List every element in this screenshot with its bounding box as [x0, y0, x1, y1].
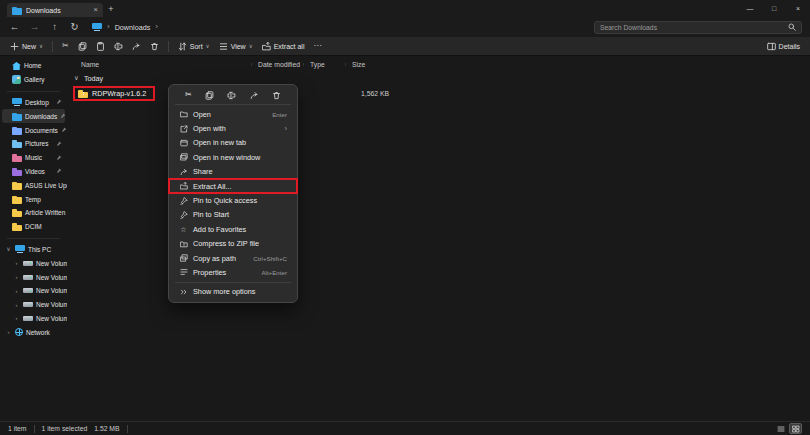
chevron-right-icon[interactable]: › [13, 315, 20, 321]
pin-icon [61, 127, 67, 133]
chevron-down-icon[interactable]: ∨ [5, 246, 12, 252]
cut-button[interactable]: ✂ [62, 42, 69, 50]
sidebar-item-drive-d[interactable]: › New Volume (D:) [2, 270, 65, 284]
sidebar-item-downloads[interactable]: Downloads [2, 109, 65, 123]
chevron-down-icon[interactable]: ∨ [73, 75, 80, 82]
minimize-button[interactable]: — [738, 0, 762, 17]
menu-item-copy-as-path[interactable]: Copy as path Ctrl+Shift+C [172, 251, 294, 265]
folder-icon [12, 181, 22, 190]
chevron-right-icon[interactable]: › [13, 274, 20, 280]
copy-icon[interactable] [205, 91, 214, 100]
drive-icon [23, 316, 33, 321]
share-icon[interactable] [250, 91, 259, 100]
menu-item-open[interactable]: Open Enter [172, 107, 294, 121]
menu-divider [175, 282, 291, 283]
sort-button[interactable]: Sort ∨ [178, 42, 210, 51]
maximize-button[interactable]: □ [762, 0, 786, 17]
menu-item-properties[interactable]: Properties Alt+Enter [172, 265, 294, 279]
menu-item-share[interactable]: Share [172, 165, 294, 179]
search-box[interactable] [594, 21, 802, 34]
shortcut-label: Alt+Enter [261, 269, 287, 276]
share-button[interactable] [132, 42, 141, 51]
paste-button[interactable] [96, 42, 105, 51]
menu-item-compress-to-zip[interactable]: Compress to ZIP file [172, 237, 294, 251]
column-header-type[interactable]: Type [303, 61, 345, 68]
show-more-icon [180, 288, 188, 296]
status-divider [34, 425, 35, 433]
chevron-right-icon[interactable]: › [13, 288, 20, 294]
sidebar-item-temp[interactable]: Temp [2, 192, 65, 206]
menu-item-show-more-options[interactable]: Show more options [172, 285, 294, 299]
sidebar-item-gallery[interactable]: Gallery [2, 73, 65, 87]
menu-item-pin-to-start[interactable]: Pin to Start [172, 208, 294, 222]
chevron-right-icon[interactable]: › [13, 260, 20, 266]
column-header-date-modified[interactable]: Date modified [251, 61, 303, 68]
sidebar-item-documents[interactable]: Documents [2, 123, 65, 137]
sidebar-item-article-written[interactable]: Article Written [2, 206, 65, 220]
sidebar-item-drive-c[interactable]: › New Volume (C:) [2, 256, 65, 270]
sidebar-item-desktop[interactable]: Desktop [2, 96, 65, 110]
new-tab-button[interactable]: + [103, 4, 119, 14]
view-button[interactable]: View ∨ [219, 42, 253, 51]
menu-item-open-in-new-tab[interactable]: Open in new tab [172, 136, 294, 150]
details-toggle[interactable]: Details [767, 42, 800, 51]
sidebar-item-drive-g[interactable]: › New Volume (G:) [2, 312, 65, 326]
sidebar-item-dcim[interactable]: DCIM [2, 220, 65, 234]
thumbnails-view-icon [792, 425, 800, 433]
sidebar-item-this-pc[interactable]: ∨ This PC [2, 243, 65, 257]
folder-icon [12, 222, 22, 231]
chevron-right-icon[interactable]: › [13, 302, 20, 308]
tab-bar: Downloads × + — □ × [0, 0, 810, 17]
folder-icon [12, 195, 22, 204]
close-button[interactable]: × [786, 0, 810, 17]
this-pc-icon [15, 245, 25, 254]
up-button[interactable]: ↑ [48, 22, 61, 32]
file-name[interactable]: RDPWrap-v1.6.2 [92, 89, 146, 98]
menu-item-add-to-favorites[interactable]: ☆ Add to Favorites [172, 222, 294, 236]
sidebar-item-asus-live-update[interactable]: ASUS Live Update [2, 178, 65, 192]
more-options-button[interactable]: ⋯ [313, 42, 321, 50]
extract-icon [180, 182, 188, 190]
menu-item-pin-to-quick-access[interactable]: Pin to Quick access [172, 193, 294, 207]
sidebar-item-music[interactable]: Music [2, 151, 65, 165]
cut-icon[interactable]: ✂ [185, 91, 192, 99]
column-header-name[interactable]: Name [81, 61, 251, 68]
menu-item-open-in-new-window[interactable]: Open in new window [172, 150, 294, 164]
view-toggle-thumbnails[interactable] [789, 423, 802, 434]
column-header-size[interactable]: Size [345, 61, 393, 68]
chevron-right-icon[interactable]: › [5, 329, 12, 335]
sidebar-item-drive-e[interactable]: › New Volume (E:) [2, 284, 65, 298]
menu-item-extract-all[interactable]: Extract All... [172, 179, 294, 193]
back-button[interactable]: ← [8, 22, 21, 32]
desktop-icon [12, 98, 22, 107]
delete-icon[interactable] [272, 91, 281, 100]
sidebar-item-network[interactable]: › Network [2, 325, 65, 339]
search-input[interactable] [600, 24, 784, 31]
extract-all-button[interactable]: Extract all [262, 42, 305, 51]
breadcrumb-item-downloads[interactable]: Downloads [115, 23, 151, 32]
delete-button[interactable] [150, 42, 159, 51]
rename-button[interactable] [114, 42, 123, 51]
status-item-count: 1 item [8, 425, 27, 432]
forward-button[interactable]: → [28, 22, 41, 32]
menu-item-open-with[interactable]: Open with › [172, 121, 294, 135]
sidebar-item-drive-f[interactable]: › New Volume (F:) [2, 298, 65, 312]
navigation-bar: ← → ↑ ↻ › Downloads › [0, 17, 810, 37]
menu-divider [175, 104, 291, 105]
toolbar-separator [52, 41, 53, 52]
search-icon [788, 23, 796, 31]
view-toggle-details[interactable] [774, 423, 787, 434]
sidebar-divider [7, 91, 60, 92]
sidebar-item-videos[interactable]: Videos [2, 165, 65, 179]
tab-downloads[interactable]: Downloads × [7, 3, 103, 17]
breadcrumb-separator-icon: › [155, 23, 158, 31]
location-icon [92, 23, 102, 32]
rename-icon[interactable] [227, 91, 236, 100]
new-button[interactable]: New ∨ [10, 42, 43, 51]
copy-button[interactable] [78, 42, 87, 51]
refresh-button[interactable]: ↻ [68, 22, 81, 32]
sidebar-item-home[interactable]: Home [2, 59, 65, 73]
tab-close-icon[interactable]: × [94, 6, 98, 14]
sidebar-item-pictures[interactable]: Pictures [2, 137, 65, 151]
file-size-cell: 1,562 KB [345, 90, 393, 97]
